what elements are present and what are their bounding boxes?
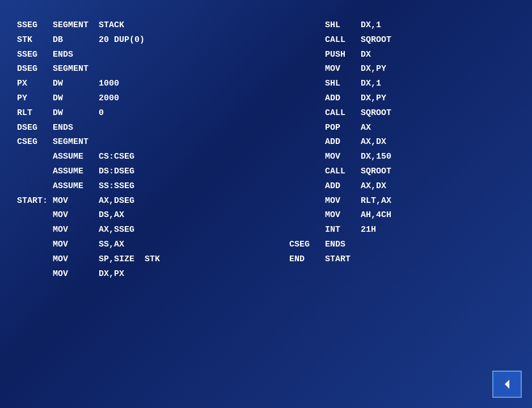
left-code-line: MOV DX,PX (17, 267, 289, 282)
left-code-line: SSEG SEGMENT STACK (17, 18, 289, 33)
left-code-line: ASSUME SS:SSEG (17, 179, 289, 194)
right-code-line: SHL DX,1 (289, 76, 515, 91)
left-code-line: MOV SS,AX (17, 237, 289, 252)
back-button[interactable] (492, 371, 522, 398)
svg-marker-0 (505, 380, 509, 389)
right-column: SHL DX,1 CALL SQROOT PUSH DX MOV DX,PY S… (289, 18, 515, 281)
left-code-line: MOV DS,AX (17, 208, 289, 223)
left-code-line: CSEG SEGMENT (17, 135, 289, 150)
left-code-line: START: MOV AX,DSEG (17, 194, 289, 209)
right-code-line: INT 21H (289, 223, 515, 237)
left-code-line: STK DB 20 DUP(0) (17, 33, 289, 48)
right-code-line: CSEG ENDS (289, 237, 515, 252)
left-code-line: ASSUME DS:DSEG (17, 164, 289, 179)
right-code-line: CALL SQROOT (289, 33, 515, 48)
right-code-line: MOV AH,4CH (289, 208, 515, 223)
left-code-line: DSEG ENDS (17, 121, 289, 135)
left-code-line: SSEG ENDS (17, 48, 289, 62)
right-code-line: ADD AX,DX (289, 179, 515, 194)
left-code-line: MOV AX,SSEG (17, 223, 289, 237)
right-code-line: END START (289, 252, 515, 267)
left-code-line: RLT DW 0 (17, 106, 289, 121)
left-code-line: ASSUME CS:CSEG (17, 150, 289, 164)
right-code-line: CALL SQROOT (289, 164, 515, 179)
right-code-line: MOV DX,150 (289, 150, 515, 164)
right-code-line: POP AX (289, 121, 515, 135)
main-container: SSEG SEGMENT STACKSTK DB 20 DUP(0)SSEG E… (0, 0, 532, 408)
right-code-line: PUSH DX (289, 48, 515, 62)
right-code-line: MOV RLT,AX (289, 194, 515, 209)
right-code-line: CALL SQROOT (289, 106, 515, 121)
right-code-line: ADD DX,PY (289, 91, 515, 106)
left-code-line: PY DW 2000 (17, 91, 289, 106)
left-code-line: DSEG SEGMENT (17, 62, 289, 76)
right-code-line: MOV DX,PY (289, 62, 515, 76)
left-code-line: MOV SP,SIZE STK (17, 252, 289, 267)
right-code-line: SHL DX,1 (289, 18, 515, 33)
right-code-line: ADD AX,DX (289, 135, 515, 150)
left-code-line: PX DW 1000 (17, 76, 289, 91)
code-area: SSEG SEGMENT STACKSTK DB 20 DUP(0)SSEG E… (17, 18, 515, 281)
left-column: SSEG SEGMENT STACKSTK DB 20 DUP(0)SSEG E… (17, 18, 289, 281)
back-icon (500, 377, 514, 391)
